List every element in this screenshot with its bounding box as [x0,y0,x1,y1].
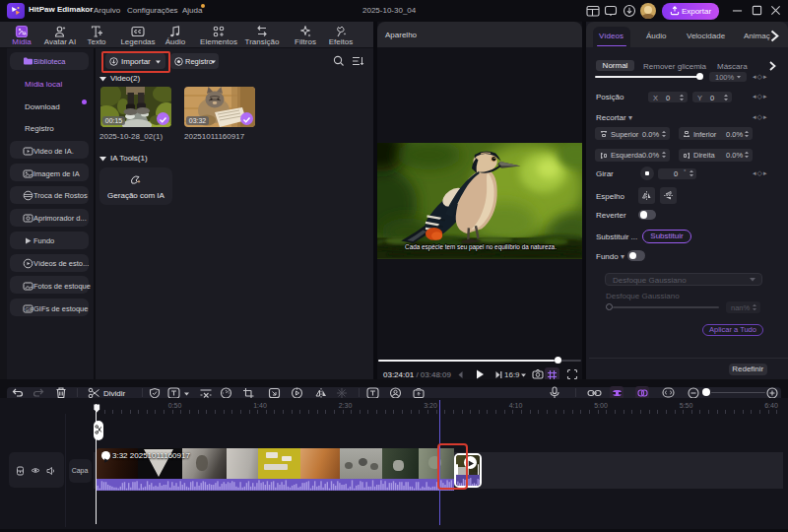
svg-text:Cada espécie tem seu papel no: Cada espécie tem seu papel no equilíbrio… [405,243,557,251]
svg-text:GIF: GIF [26,305,33,311]
